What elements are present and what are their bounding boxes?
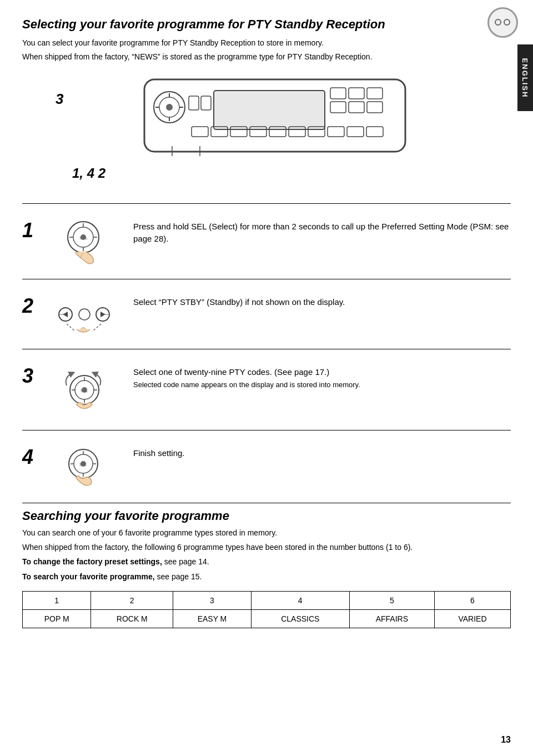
step-4-number: 4 bbox=[22, 447, 39, 467]
step-4-section: 4 SEL Finish setting. bbox=[22, 436, 511, 497]
svg-text:SEL: SEL bbox=[79, 463, 87, 467]
searching-line3-bold: To change the factory preset settings, bbox=[22, 557, 162, 566]
page-title: Selecting your favorite programme for PT… bbox=[22, 17, 511, 33]
svg-rect-12 bbox=[349, 88, 364, 99]
divider-3 bbox=[22, 430, 511, 430]
step-2-section: 2 Select “PTY ST bbox=[22, 285, 511, 343]
table-data-row: POP M ROCK M EASY M CLASSICS AFFAIRS VAR… bbox=[23, 610, 511, 628]
intro-line1: You can select your favorite programme f… bbox=[22, 37, 511, 49]
step-3-section: 3 SEL bbox=[22, 355, 511, 424]
table-header-3: 3 bbox=[173, 592, 252, 610]
step-1-text: Press and hold SEL (Select) for more tha… bbox=[133, 218, 511, 246]
step-3-icon: SEL bbox=[56, 363, 117, 419]
table-header-5: 5 bbox=[349, 592, 434, 610]
device-illustration: 3 bbox=[22, 74, 511, 164]
table-header-2: 2 bbox=[91, 592, 173, 610]
step-1-section: 1 SEL Press and hold SEL (Select) for mo… bbox=[22, 209, 511, 273]
step-3-text: Select one of twenty-nine PTY codes. (Se… bbox=[133, 363, 511, 391]
page-number: 13 bbox=[501, 735, 511, 745]
svg-line-44 bbox=[67, 324, 75, 331]
svg-rect-17 bbox=[192, 127, 208, 137]
step-3-sub-text: Selected code name appears on the displa… bbox=[133, 380, 360, 389]
svg-rect-15 bbox=[349, 102, 364, 113]
table-header-6: 6 bbox=[434, 592, 510, 610]
step-2-icon bbox=[56, 293, 117, 338]
svg-rect-9 bbox=[201, 96, 211, 110]
language-sidebar: ENGLISH bbox=[517, 44, 533, 111]
svg-point-3 bbox=[166, 104, 173, 111]
divider-top bbox=[22, 203, 511, 204]
step-1-icon: SEL bbox=[56, 218, 117, 268]
device-svg bbox=[128, 74, 416, 164]
divider-1 bbox=[22, 279, 511, 279]
svg-rect-24 bbox=[328, 127, 344, 137]
table-header-row: 1 2 3 4 5 6 bbox=[23, 592, 511, 610]
svg-text:SEL: SEL bbox=[81, 389, 88, 393]
step-2-number: 2 bbox=[22, 296, 39, 316]
searching-line4-bold: To search your favorite programme, bbox=[22, 572, 155, 581]
device-label-3: 3 bbox=[56, 91, 63, 108]
svg-rect-10 bbox=[214, 91, 325, 129]
preset-table: 1 2 3 4 5 6 POP M ROCK M EASY M CLASSICS… bbox=[22, 591, 511, 628]
page-wrapper: ENGLISH Selecting your favorite programm… bbox=[0, 0, 533, 756]
svg-text:SEL: SEL bbox=[79, 236, 88, 241]
svg-rect-26 bbox=[366, 127, 383, 137]
svg-point-43 bbox=[79, 309, 90, 320]
svg-rect-11 bbox=[330, 88, 346, 99]
searching-line4-rest: see page 15. bbox=[155, 572, 202, 581]
step-4-icon: SEL bbox=[56, 444, 117, 492]
svg-rect-16 bbox=[367, 102, 383, 113]
searching-line4: To search your favorite programme, see p… bbox=[22, 570, 511, 583]
searching-line3: To change the factory preset settings, s… bbox=[22, 555, 511, 568]
divider-2 bbox=[22, 349, 511, 349]
svg-rect-8 bbox=[189, 96, 199, 110]
preset-2: ROCK M bbox=[91, 610, 173, 628]
device-label-14-2: 1, 4 2 bbox=[72, 166, 105, 181]
table-header-1: 1 bbox=[23, 592, 91, 610]
svg-rect-13 bbox=[367, 88, 383, 99]
svg-line-45 bbox=[93, 324, 101, 331]
step-1-number: 1 bbox=[22, 221, 39, 241]
preset-5: AFFAIRS bbox=[349, 610, 434, 628]
language-label: ENGLISH bbox=[521, 58, 530, 98]
preset-4: CLASSICS bbox=[251, 610, 349, 628]
searching-line3-rest: see page 14. bbox=[162, 557, 209, 566]
intro-line2: When shipped from the factory, “NEWS” is… bbox=[22, 51, 511, 63]
step-2-text: Select “PTY STBY” (Standby) if not shown… bbox=[133, 293, 511, 309]
preset-1: POP M bbox=[23, 610, 91, 628]
preset-3: EASY M bbox=[173, 610, 252, 628]
step-3-number: 3 bbox=[22, 366, 39, 386]
divider-4 bbox=[22, 503, 511, 503]
searching-line1: You can search one of your 6 favorite pr… bbox=[22, 527, 511, 539]
searching-line2: When shipped from the factory, the follo… bbox=[22, 541, 511, 553]
preset-6: VARIED bbox=[434, 610, 510, 628]
svg-rect-14 bbox=[330, 102, 346, 113]
brand-logo bbox=[483, 6, 522, 39]
step-4-text: Finish setting. bbox=[133, 444, 511, 460]
table-header-4: 4 bbox=[251, 592, 349, 610]
searching-title: Searching your favorite programme bbox=[22, 509, 511, 523]
svg-rect-25 bbox=[347, 127, 364, 137]
